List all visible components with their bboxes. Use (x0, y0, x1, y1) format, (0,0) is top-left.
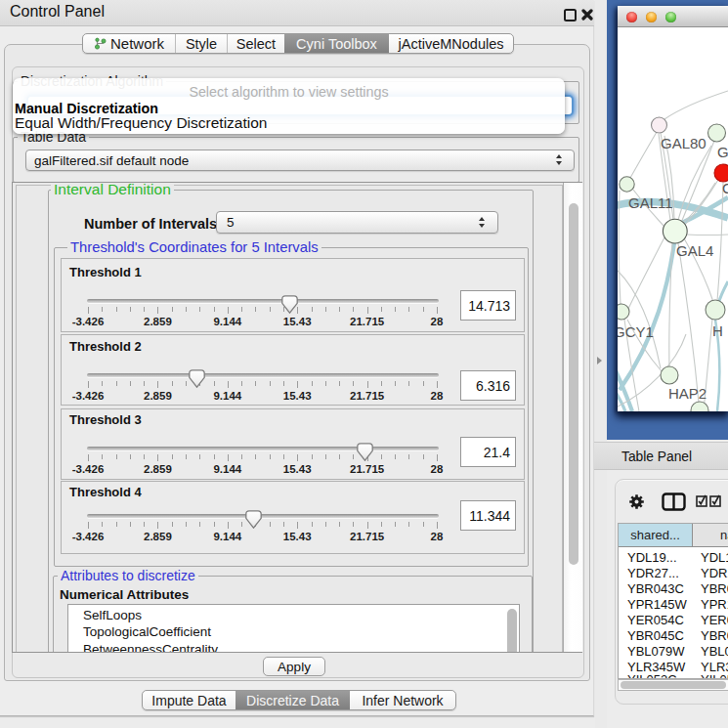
svg-text:GAL80: GAL80 (661, 135, 707, 151)
svg-text:H: H (712, 322, 723, 339)
svg-text:G.: G. (717, 144, 728, 160)
svg-text:GCY1: GCY1 (618, 323, 654, 340)
svg-text:GAL4: GAL4 (676, 242, 713, 259)
svg-text:C: C (722, 180, 728, 196)
svg-text:GAL11: GAL11 (628, 194, 673, 211)
svg-text:HAP2: HAP2 (668, 385, 707, 402)
